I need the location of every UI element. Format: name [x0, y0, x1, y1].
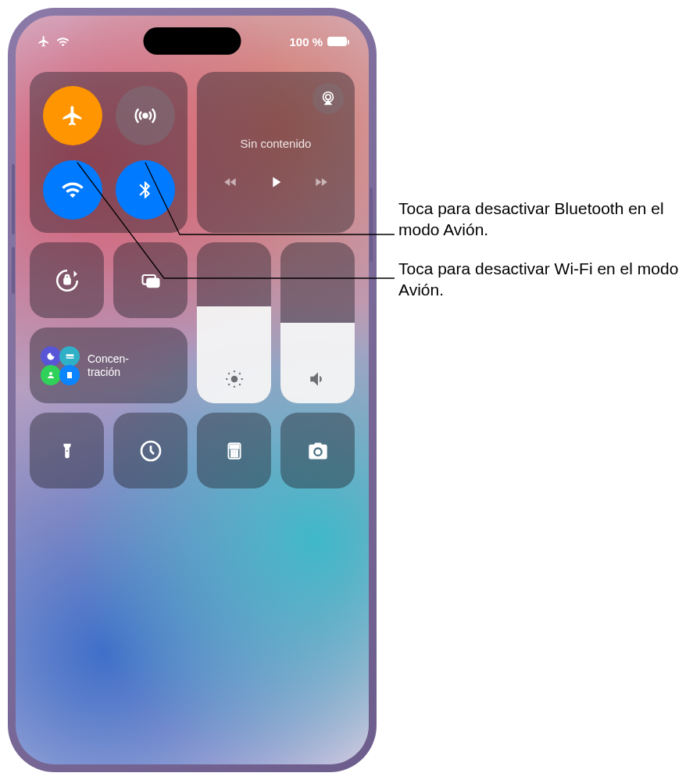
svg-point-15 — [49, 372, 52, 375]
battery-percentage: 100 % — [289, 35, 323, 48]
airplane-status-icon — [38, 35, 50, 48]
dynamic-island — [144, 27, 241, 55]
screen: 100 % — [16, 16, 369, 764]
svg-rect-16 — [67, 372, 72, 378]
callout-wifi: Toca para desactivar Wi-Fi en el modo Av… — [398, 258, 700, 301]
brightness-fill — [197, 306, 271, 403]
previous-track-button[interactable] — [220, 174, 241, 190]
media-module[interactable]: Sin contenido — [197, 72, 355, 233]
svg-point-22 — [236, 449, 238, 451]
svg-line-10 — [239, 384, 241, 385]
svg-line-13 — [228, 384, 230, 385]
brightness-slider[interactable] — [197, 242, 271, 403]
airplay-button[interactable] — [312, 83, 344, 114]
svg-point-6 — [230, 376, 238, 383]
media-controls — [220, 172, 331, 192]
orientation-lock-button[interactable] — [30, 242, 104, 318]
bed-icon — [59, 346, 80, 367]
wifi-status-icon — [56, 35, 70, 48]
brightness-icon — [224, 369, 245, 389]
next-track-button[interactable] — [311, 174, 331, 190]
screen-mirroring-button[interactable] — [113, 242, 188, 318]
svg-rect-19 — [230, 445, 238, 448]
cellular-data-button[interactable] — [116, 86, 175, 145]
svg-rect-5 — [147, 278, 159, 287]
phone-frame: 100 % — [8, 8, 377, 772]
moon-icon — [41, 346, 61, 367]
connectivity-module[interactable] — [30, 72, 188, 233]
battery-icon — [327, 37, 347, 46]
svg-line-9 — [228, 373, 230, 374]
focus-module[interactable]: Concen- tración — [30, 327, 188, 403]
camera-button[interactable] — [280, 413, 355, 488]
volume-up-physical — [12, 164, 15, 234]
svg-point-27 — [233, 455, 234, 456]
volume-fill — [280, 323, 355, 403]
callout-bluetooth: Toca para desactivar Bluetooth en el mod… — [398, 198, 700, 241]
bluetooth-button[interactable] — [116, 160, 175, 220]
person-icon — [41, 365, 61, 385]
control-center: Sin contenido — [30, 72, 355, 488]
svg-line-14 — [239, 373, 241, 374]
svg-point-21 — [233, 449, 234, 451]
building-icon — [59, 365, 80, 385]
wifi-button[interactable] — [43, 160, 102, 220]
svg-point-20 — [230, 449, 232, 451]
media-title: Sin contenido — [241, 137, 312, 150]
volume-slider[interactable] — [280, 242, 355, 403]
calculator-button[interactable] — [197, 413, 271, 488]
volume-icon — [308, 369, 328, 389]
airplane-mode-button[interactable] — [43, 86, 102, 145]
svg-point-2 — [326, 95, 330, 99]
svg-point-28 — [236, 455, 238, 456]
focus-icons-cluster — [41, 346, 80, 385]
svg-point-23 — [230, 453, 232, 454]
volume-down-physical — [12, 247, 15, 294]
svg-point-24 — [233, 453, 234, 454]
svg-point-26 — [230, 455, 232, 456]
svg-rect-3 — [64, 278, 70, 284]
svg-point-0 — [143, 113, 147, 117]
svg-point-25 — [236, 453, 238, 454]
flashlight-button[interactable] — [30, 413, 104, 488]
focus-label: Concen- tración — [88, 352, 129, 379]
timer-button[interactable] — [113, 413, 188, 488]
side-button-physical — [370, 188, 373, 262]
play-button[interactable] — [267, 172, 284, 192]
